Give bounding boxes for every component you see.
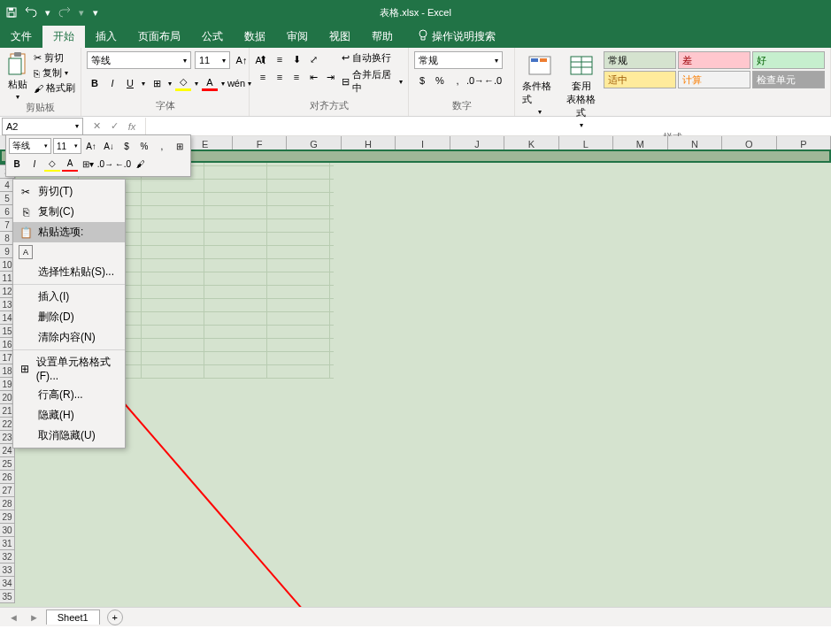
align-middle-icon[interactable]: ≡	[272, 51, 288, 67]
tab-formula[interactable]: 公式	[191, 26, 234, 48]
new-sheet-button[interactable]: +	[107, 610, 123, 625]
format-as-table-button[interactable]: 套用 表格格式▾	[562, 51, 600, 131]
copy-button[interactable]: ⎘复制▾	[34, 66, 75, 80]
phonetic-button[interactable]: wén	[228, 75, 244, 91]
tab-help[interactable]: 帮助	[361, 26, 404, 48]
cm-clear[interactable]: 清除内容(N)	[13, 327, 125, 348]
cm-paste-options[interactable]: 📋粘贴选项:	[13, 222, 125, 242]
mini-decimal-dec-icon[interactable]: ←.0	[115, 156, 131, 172]
paste-button[interactable]: 粘贴 ▾	[5, 51, 30, 101]
increase-font-icon[interactable]: A↑	[234, 52, 250, 68]
style-normal[interactable]: 常规	[604, 51, 676, 69]
cm-delete[interactable]: 删除(D)	[13, 307, 125, 327]
name-box[interactable]: A2▾	[2, 118, 83, 135]
redo-icon[interactable]	[58, 6, 71, 19]
bold-button[interactable]: B	[87, 75, 103, 91]
number-format-select[interactable]: 常规▾	[414, 51, 503, 69]
border-button[interactable]: ⊞	[149, 75, 165, 91]
style-check[interactable]: 检查单元	[752, 71, 825, 88]
mini-decimal-inc-icon[interactable]: .0→	[97, 156, 113, 172]
increase-decimal-icon[interactable]: .0→	[467, 73, 483, 88]
mini-size-select[interactable]: 11▾	[53, 138, 81, 154]
qat-customize-icon[interactable]: ▾	[92, 6, 99, 19]
cell-styles-gallery[interactable]: 常规 差 好 适中 计算 检查单元	[604, 51, 825, 88]
cancel-formula-icon[interactable]: ✕	[88, 119, 104, 134]
tab-review[interactable]: 审阅	[276, 26, 319, 48]
style-good[interactable]: 好	[752, 51, 825, 69]
font-color-button[interactable]: A	[202, 75, 218, 91]
cut-button[interactable]: ✂剪切	[34, 51, 75, 65]
mini-border-icon[interactable]: ⊞	[172, 138, 188, 154]
mini-comma-icon[interactable]: ,	[154, 138, 170, 154]
sheet-nav-next-icon[interactable]: ►	[26, 612, 42, 623]
mini-currency-icon[interactable]: $	[119, 138, 135, 154]
undo-dropdown-icon[interactable]: ▾	[44, 6, 51, 19]
comma-icon[interactable]: ,	[450, 73, 466, 88]
cm-paste-values[interactable]: A	[13, 242, 125, 262]
mini-italic-button[interactable]: I	[27, 156, 42, 172]
mini-increase-font-icon[interactable]: A↑	[83, 138, 99, 154]
row-header[interactable]: 33	[0, 564, 15, 577]
align-right-icon[interactable]: ≡	[289, 69, 304, 85]
cm-insert[interactable]: 插入(I)	[13, 287, 125, 307]
mini-percent-icon[interactable]: %	[136, 138, 152, 154]
wrap-text-button[interactable]: ↩自动换行	[342, 51, 403, 65]
border-dropdown-icon[interactable]: ▾	[166, 75, 173, 91]
format-painter-button[interactable]: 🖌格式刷	[34, 81, 75, 95]
undo-icon[interactable]	[25, 6, 37, 19]
indent-increase-icon[interactable]: ⇥	[322, 69, 338, 85]
sheet-nav-prev-icon[interactable]: ◄	[5, 612, 22, 623]
merge-center-button[interactable]: ⊟合并后居中▾	[342, 68, 403, 95]
tab-home[interactable]: 开始	[42, 26, 85, 48]
underline-button[interactable]: U	[122, 75, 138, 91]
row-header[interactable]: 31	[0, 537, 15, 550]
mini-fill-color-icon[interactable]: ◇	[44, 156, 60, 172]
percent-icon[interactable]: %	[432, 73, 448, 88]
cm-unhide[interactable]: 取消隐藏(U)	[13, 426, 125, 446]
font-name-select[interactable]: 等线▾	[87, 51, 191, 69]
enter-formula-icon[interactable]: ✓	[106, 119, 122, 134]
row-header[interactable]: 30	[0, 524, 15, 537]
paste-dropdown-icon[interactable]: ▾	[16, 93, 19, 101]
tab-insert[interactable]: 插入	[85, 26, 127, 48]
sheet-tab-1[interactable]: Sheet1	[46, 610, 100, 625]
style-calc[interactable]: 计算	[678, 71, 750, 88]
align-bottom-icon[interactable]: ⬇	[289, 51, 304, 67]
row-header[interactable]: 29	[0, 510, 15, 524]
currency-icon[interactable]: $	[414, 73, 430, 88]
row-header[interactable]: 27	[0, 484, 15, 497]
font-size-select[interactable]: 11▾	[195, 51, 230, 69]
align-left-icon[interactable]: ≡	[255, 69, 271, 85]
fill-color-button[interactable]: ◇	[175, 75, 191, 91]
tell-me-search[interactable]: 操作说明搜索	[411, 26, 503, 48]
mini-font-select[interactable]: 等线▾	[9, 138, 51, 154]
mini-format-painter-icon[interactable]: 🖌	[133, 156, 149, 172]
redo-dropdown-icon[interactable]: ▾	[78, 6, 85, 19]
cm-hide[interactable]: 隐藏(H)	[13, 405, 125, 426]
style-bad[interactable]: 差	[678, 51, 750, 69]
mini-border-dropdown-icon[interactable]: ⊞▾	[80, 156, 96, 172]
cm-copy[interactable]: ⎘复制(C)	[13, 202, 125, 222]
fill-dropdown-icon[interactable]: ▾	[193, 75, 200, 91]
cm-format-cells[interactable]: ⊞设置单元格格式(F)...	[13, 352, 125, 385]
row-header[interactable]: 35	[0, 590, 15, 603]
mini-decrease-font-icon[interactable]: A↓	[101, 138, 117, 154]
underline-dropdown-icon[interactable]: ▾	[140, 75, 147, 91]
conditional-format-button[interactable]: 条件格式▾	[520, 51, 558, 118]
align-top-icon[interactable]: ⬆	[255, 51, 271, 67]
row-header[interactable]: 28	[0, 497, 15, 510]
cm-cut[interactable]: ✂剪切(T)	[13, 181, 125, 202]
row-header[interactable]: 32	[0, 550, 15, 564]
mini-bold-button[interactable]: B	[9, 156, 25, 172]
row-header[interactable]: 34	[0, 577, 15, 590]
fx-icon[interactable]: fx	[124, 119, 140, 134]
tab-view[interactable]: 视图	[319, 26, 361, 48]
save-icon[interactable]	[5, 6, 18, 19]
indent-decrease-icon[interactable]: ⇤	[305, 69, 321, 85]
row-header[interactable]: 26	[0, 471, 15, 484]
mini-font-color-icon[interactable]: A	[62, 156, 78, 172]
italic-button[interactable]: I	[104, 75, 120, 91]
font-color-dropdown-icon[interactable]: ▾	[219, 75, 227, 91]
decrease-decimal-icon[interactable]: ←.0	[485, 73, 501, 88]
tab-data[interactable]: 数据	[234, 26, 276, 48]
